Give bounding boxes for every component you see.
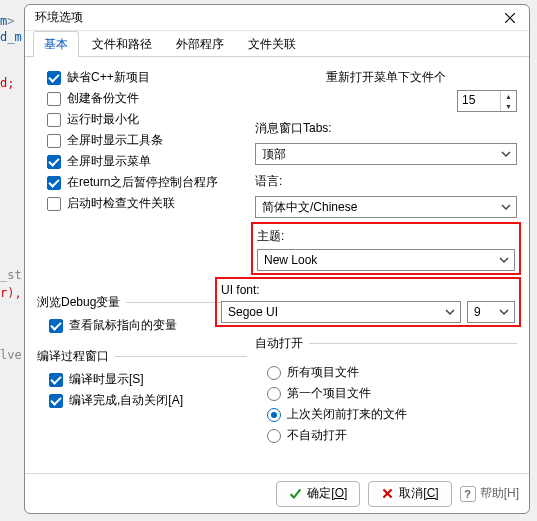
bg-code: d;: [0, 76, 14, 90]
chevron-down-icon: [498, 254, 510, 266]
radio[interactable]: [267, 366, 281, 380]
cross-icon: [381, 487, 394, 500]
help-label: 帮助[H]: [480, 485, 519, 502]
radio-label: 上次关闭前打来的文件: [287, 406, 407, 423]
checkbox-label: 在return之后暂停控制台程序: [67, 174, 218, 191]
select-value: New Look: [264, 253, 498, 267]
radio[interactable]: [267, 408, 281, 422]
checkbox-row[interactable]: 编译时显示[S]: [49, 369, 247, 390]
language-label: 语言:: [255, 173, 517, 190]
check-icon: [289, 487, 302, 500]
reopen-count-value[interactable]: 15: [458, 91, 500, 111]
checkbox-label: 全屏时显示菜单: [67, 153, 151, 170]
radio[interactable]: [267, 429, 281, 443]
theme-highlight: 主题: New Look: [251, 222, 521, 275]
checkbox-label: 查看鼠标指向的变量: [69, 317, 177, 334]
font-highlight: UI font: Segoe UI 9: [215, 277, 521, 327]
checkbox[interactable]: [47, 197, 61, 211]
radio[interactable]: [267, 387, 281, 401]
help-button[interactable]: ? 帮助[H]: [460, 485, 519, 502]
checkbox[interactable]: [47, 113, 61, 127]
checkbox[interactable]: [47, 92, 61, 106]
close-icon: [505, 13, 515, 23]
select-value: 顶部: [262, 146, 500, 163]
checkbox-row[interactable]: 在return之后暂停控制台程序: [47, 172, 247, 193]
cancel-button[interactable]: 取消[C]: [368, 481, 451, 507]
chevron-down-icon: [498, 306, 510, 318]
checkbox-label: 编译时显示[S]: [69, 371, 144, 388]
select-value: 简体中文/Chinese: [262, 199, 500, 216]
reopen-count-spinner[interactable]: 15 ▲▼: [457, 90, 517, 112]
bg-code: lve: [0, 348, 22, 362]
radio-row[interactable]: 上次关闭前打来的文件: [267, 404, 517, 425]
chevron-down-icon: [444, 306, 456, 318]
theme-label: 主题:: [257, 228, 515, 245]
radio-label: 不自动打开: [287, 427, 347, 444]
tab-file-assoc[interactable]: 文件关联: [237, 31, 307, 56]
chevron-down-icon: [500, 148, 512, 160]
close-button[interactable]: [497, 8, 523, 28]
question-icon: ?: [460, 486, 476, 502]
font-size-select[interactable]: 9: [467, 301, 515, 323]
checkbox[interactable]: [47, 176, 61, 190]
checkbox[interactable]: [49, 319, 63, 333]
checkbox[interactable]: [47, 71, 61, 85]
bg-code: r),: [0, 286, 22, 300]
right-column: 重新打开菜单下文件个 15 ▲▼ 消息窗口Tabs: 顶部 语言: 简体中文/C…: [255, 67, 517, 469]
bg-code: m>: [0, 14, 14, 28]
font-label: UI font:: [221, 283, 515, 297]
checkbox-row[interactable]: 全屏时显示菜单: [47, 151, 247, 172]
cancel-label: 取消[C]: [399, 485, 438, 502]
window-title: 环境选项: [35, 9, 497, 26]
checkbox[interactable]: [49, 394, 63, 408]
chevron-down-icon: [500, 201, 512, 213]
checkbox-row[interactable]: 启动时检查文件关联: [47, 193, 247, 214]
radio-label: 第一个项目文件: [287, 385, 371, 402]
checkbox-row[interactable]: 运行时最小化: [47, 109, 247, 130]
tab-files-paths[interactable]: 文件和路径: [81, 31, 163, 56]
select-value: Segoe UI: [228, 305, 444, 319]
checkbox-label: 编译完成,自动关闭[A]: [69, 392, 183, 409]
checkbox-row[interactable]: 创建备份文件: [47, 88, 247, 109]
spinner-arrows[interactable]: ▲▼: [500, 91, 516, 111]
dialog-footer: 确定[O] 取消[C] ? 帮助[H]: [25, 473, 529, 513]
checkbox-label: 全屏时显示工具条: [67, 132, 163, 149]
radio-row[interactable]: 不自动打开: [267, 425, 517, 446]
ok-label: 确定[O]: [307, 485, 347, 502]
group-autoopen: 自动打开: [255, 335, 517, 352]
dialog-body: 缺省C++新项目 创建备份文件 运行时最小化 全屏时显示工具条 全屏时显示菜单 …: [25, 57, 529, 473]
checkbox-label: 创建备份文件: [67, 90, 139, 107]
left-column: 缺省C++新项目 创建备份文件 运行时最小化 全屏时显示工具条 全屏时显示菜单 …: [37, 67, 247, 469]
tab-basic[interactable]: 基本: [33, 31, 79, 56]
msg-tabs-select[interactable]: 顶部: [255, 143, 517, 165]
radio-row[interactable]: 所有项目文件: [267, 362, 517, 383]
bg-code: _st: [0, 268, 22, 282]
checkbox-label: 启动时检查文件关联: [67, 195, 175, 212]
environment-options-dialog: 环境选项 基本 文件和路径 外部程序 文件关联 缺省C++新项目 创建备份文件 …: [24, 4, 530, 514]
checkbox-label: 运行时最小化: [67, 111, 139, 128]
checkbox-row[interactable]: 全屏时显示工具条: [47, 130, 247, 151]
checkbox[interactable]: [47, 134, 61, 148]
tab-external-programs[interactable]: 外部程序: [165, 31, 235, 56]
language-select[interactable]: 简体中文/Chinese: [255, 196, 517, 218]
group-compile-window: 编译过程窗口: [37, 348, 247, 365]
checkbox[interactable]: [47, 155, 61, 169]
checkbox-row[interactable]: 编译完成,自动关闭[A]: [49, 390, 247, 411]
checkbox-label: 缺省C++新项目: [67, 69, 150, 86]
font-select[interactable]: Segoe UI: [221, 301, 461, 323]
tab-bar: 基本 文件和路径 外部程序 文件关联: [25, 31, 529, 57]
msg-tabs-label: 消息窗口Tabs:: [255, 120, 517, 137]
bg-code: d_m: [0, 30, 22, 44]
reopen-label: 重新打开菜单下文件个: [255, 69, 517, 86]
ok-button[interactable]: 确定[O]: [276, 481, 360, 507]
theme-select[interactable]: New Look: [257, 249, 515, 271]
radio-label: 所有项目文件: [287, 364, 359, 381]
checkbox-row[interactable]: 缺省C++新项目: [47, 67, 247, 88]
checkbox[interactable]: [49, 373, 63, 387]
select-value: 9: [474, 305, 498, 319]
titlebar: 环境选项: [25, 5, 529, 31]
radio-row[interactable]: 第一个项目文件: [267, 383, 517, 404]
